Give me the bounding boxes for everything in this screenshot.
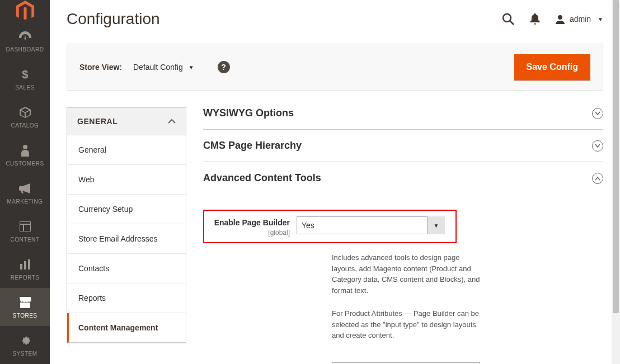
enable-pagebuilder-label: Enable Page Builder [214, 218, 290, 227]
expand-icon [592, 108, 603, 119]
help-icon[interactable]: ? [218, 61, 230, 73]
svg-point-10 [558, 15, 562, 20]
svg-text:$: $ [22, 68, 29, 81]
section-advanced-content-tools[interactable]: Advanced Content Tools [203, 162, 603, 194]
section-cms-hierarchy[interactable]: CMS Page Hierarchy [203, 130, 603, 162]
svg-rect-6 [24, 261, 26, 270]
nav-label: CUSTOMERS [6, 160, 44, 167]
scrollbar[interactable] [612, 0, 620, 364]
user-icon [555, 14, 565, 24]
enable-note-2: For Product Attributes — Page Builder ca… [332, 308, 483, 341]
svg-point-8 [503, 14, 511, 22]
search-icon[interactable] [501, 12, 515, 26]
section-title: WYSIWYG Options [203, 107, 294, 119]
highlight-enable-pagebuilder: Enable Page Builder [global] Yes ▼ [203, 210, 457, 243]
nav-label: STORES [13, 313, 37, 319]
box-icon [20, 106, 31, 119]
sidebar-item-reports[interactable]: Reports [67, 283, 186, 313]
nav-catalog[interactable]: CATALOG [0, 98, 50, 136]
collapse-icon [592, 173, 603, 184]
bars-icon [20, 258, 31, 271]
svg-rect-7 [28, 259, 30, 270]
sidebar-item-store-email[interactable]: Store Email Addresses [67, 224, 186, 254]
nav-label: CONTENT [11, 237, 40, 243]
config-sidebar: GENERAL General Web Currency Setup Store… [67, 107, 186, 343]
svg-point-1 [23, 145, 27, 149]
save-config-button[interactable]: Save Config [514, 54, 590, 80]
section-advanced-body: Enable Page Builder [global] Yes ▼ [203, 194, 603, 364]
sidebar-group-label: GENERAL [77, 117, 118, 126]
admin-left-nav: DASHBOARD $ SALES CATALOG CUSTOMERS MARK… [0, 0, 50, 364]
sidebar-item-general[interactable]: General [67, 135, 186, 165]
page-title: Configuration [67, 10, 501, 28]
nav-system[interactable]: SYSTEM [0, 326, 50, 364]
account-name: admin [570, 15, 591, 23]
megaphone-icon [19, 182, 31, 195]
scope-bar: Store View: Default Config ▼ ? Save Conf… [67, 44, 603, 91]
nav-label: CATALOG [11, 122, 39, 129]
header-actions: admin ▼ [501, 12, 603, 26]
section-title: CMS Page Hierarchy [203, 140, 302, 152]
storefront-icon [19, 296, 31, 309]
section-title: Advanced Content Tools [203, 172, 321, 184]
sidebar-group-general[interactable]: GENERAL [67, 108, 186, 135]
nav-dashboard[interactable]: DASHBOARD [0, 22, 50, 60]
account-menu[interactable]: admin ▼ [555, 14, 603, 24]
nav-label: REPORTS [11, 275, 40, 281]
store-view-value: Default Config [133, 63, 183, 72]
svg-rect-5 [20, 264, 22, 270]
caret-down-icon: ▼ [598, 16, 603, 22]
nav-stores[interactable]: STORES [0, 288, 50, 326]
nav-label: DASHBOARD [6, 46, 44, 53]
nav-label: MARKETING [7, 198, 43, 205]
sidebar-item-web[interactable]: Web [67, 165, 186, 195]
caret-down-icon: ▼ [189, 64, 194, 70]
enable-note-1: Includes advanced tools to design page l… [332, 252, 483, 296]
page-header: Configuration admin ▼ [50, 0, 620, 28]
sidebar-item-currency[interactable]: Currency Setup [67, 195, 186, 224]
store-view-label: Store View: [79, 63, 122, 72]
layout-icon [20, 220, 31, 233]
nav-customers[interactable]: CUSTOMERS [0, 136, 50, 174]
chevron-up-icon [168, 117, 176, 126]
maps-api-input[interactable] [332, 362, 480, 365]
nav-label: SALES [15, 84, 35, 91]
scrollbar-thumb[interactable] [613, 0, 619, 313]
nav-sales[interactable]: $ SALES [0, 60, 50, 98]
sidebar-item-contacts[interactable]: Contacts [67, 254, 186, 283]
expand-icon [592, 140, 603, 152]
sidebar-item-content-management[interactable]: Content Management [67, 313, 186, 343]
nav-reports[interactable]: REPORTS [0, 250, 50, 288]
config-main: WYSIWYG Options CMS Page Hierarchy Advan… [203, 107, 603, 364]
main-panel: Configuration admin ▼ Store View: Defaul… [50, 0, 620, 364]
dollar-icon: $ [21, 68, 29, 81]
nav-label: SYSTEM [12, 351, 37, 357]
gauge-icon [19, 30, 31, 43]
bell-icon[interactable] [528, 12, 542, 26]
store-view-select[interactable]: Default Config ▼ [133, 63, 194, 72]
nav-content[interactable]: CONTENT [0, 212, 50, 250]
magento-logo-icon [16, 1, 35, 22]
enable-pagebuilder-select[interactable]: Yes [297, 216, 445, 234]
svg-line-9 [510, 21, 514, 25]
svg-rect-2 [20, 221, 31, 231]
nav-marketing[interactable]: MARKETING [0, 174, 50, 212]
scope-label: [global] [204, 229, 290, 237]
gear-icon [20, 334, 31, 347]
person-icon [21, 144, 30, 157]
magento-logo[interactable] [0, 0, 50, 22]
section-wysiwyg[interactable]: WYSIWYG Options [203, 107, 603, 130]
